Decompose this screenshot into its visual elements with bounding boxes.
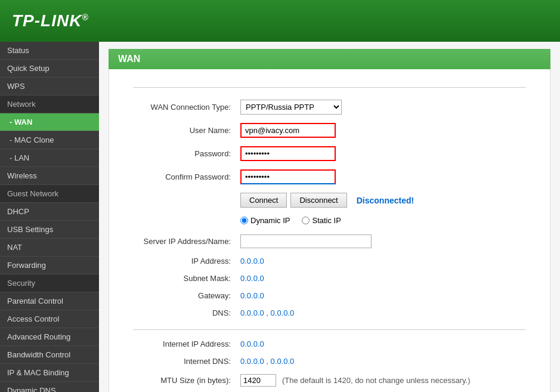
internet-ip-row: Internet IP Address: 0.0.0.0	[133, 339, 526, 348]
ip-address-label: IP Address:	[133, 257, 240, 266]
mtu-label: MTU Size (in bytes):	[133, 376, 240, 385]
dynamic-ip-label[interactable]: Dynamic IP	[240, 216, 290, 225]
confirm-password-row: Confirm Password:	[133, 169, 526, 184]
disconnect-button[interactable]: Disconnect	[290, 193, 346, 208]
ip-address-value: 0.0.0.0	[240, 257, 264, 266]
sidebar-item-wireless[interactable]: Wireless	[0, 167, 99, 185]
sidebar-item-forwarding[interactable]: Forwarding	[0, 257, 99, 274]
gateway-row: Gateway: 0.0.0.0	[133, 291, 526, 300]
dns-label: DNS:	[133, 308, 240, 317]
sidebar-item-nat[interactable]: NAT	[0, 239, 99, 257]
content-area: WAN WAN Connection Type: Dynamic IP Stat…	[99, 42, 560, 392]
sidebar-item-quick-setup[interactable]: Quick Setup	[0, 60, 99, 78]
dynamic-ip-radio[interactable]	[240, 217, 248, 224]
server-ip-row: Server IP Address/Name:	[133, 234, 526, 248]
sidebar-item-network: Network	[0, 95, 99, 113]
wan-content: WAN Connection Type: Dynamic IP Static I…	[109, 69, 550, 392]
buttons-row: Connect Disconnect Disconnected!	[133, 193, 526, 208]
server-ip-input[interactable]	[240, 234, 372, 248]
confirm-password-label: Confirm Password:	[133, 172, 240, 181]
sidebar-item-wan[interactable]: - WAN	[0, 113, 99, 131]
sidebar-item-dynamic-dns[interactable]: Dynamic DNS	[0, 382, 99, 392]
dns-value: 0.0.0.0 , 0.0.0.0	[240, 308, 294, 317]
logo: TP-LINK®	[12, 11, 89, 30]
sidebar-item-parental-control[interactable]: Parental Control	[0, 292, 99, 310]
subnet-mask-value: 0.0.0.0	[240, 274, 264, 283]
sidebar-item-dhcp[interactable]: DHCP	[0, 203, 99, 221]
username-row: User Name:	[133, 123, 526, 138]
ip-type-row: Dynamic IP Static IP	[133, 216, 526, 225]
ip-address-row: IP Address: 0.0.0.0	[133, 257, 526, 266]
internet-ip-value: 0.0.0.0	[240, 339, 264, 348]
sidebar: Status Quick Setup WPS Network - WAN - M…	[0, 42, 99, 392]
internet-dns-row: Internet DNS: 0.0.0.0 , 0.0.0.0	[133, 357, 526, 366]
mtu-input[interactable]	[240, 374, 276, 387]
server-ip-label: Server IP Address/Name:	[133, 237, 240, 246]
sidebar-item-usb-settings[interactable]: USB Settings	[0, 221, 99, 239]
logo-reg-symbol: ®	[82, 13, 88, 22]
sidebar-item-mac-clone[interactable]: - MAC Clone	[0, 131, 99, 149]
dynamic-ip-text: Dynamic IP	[250, 216, 290, 225]
sidebar-item-security: Security	[0, 274, 99, 292]
static-ip-radio[interactable]	[302, 217, 310, 224]
header: TP-LINK®	[0, 0, 560, 42]
main-layout: Status Quick Setup WPS Network - WAN - M…	[0, 42, 560, 392]
sidebar-item-bandwidth-control[interactable]: Bandwidth Control	[0, 346, 99, 364]
connect-button[interactable]: Connect	[240, 193, 287, 208]
password-input[interactable]	[240, 146, 336, 161]
bottom-section: Internet IP Address: 0.0.0.0 Internet DN…	[133, 329, 526, 387]
internet-dns-label: Internet DNS:	[133, 357, 240, 366]
username-label: User Name:	[133, 126, 240, 135]
gateway-value: 0.0.0.0	[240, 291, 264, 300]
static-ip-label[interactable]: Static IP	[302, 216, 341, 225]
connection-type-row: WAN Connection Type: Dynamic IP Static I…	[133, 100, 526, 115]
sidebar-item-advanced-routing[interactable]: Advanced Routing	[0, 328, 99, 346]
subnet-mask-label: Subnet Mask:	[133, 274, 240, 283]
sidebar-item-lan[interactable]: - LAN	[0, 149, 99, 167]
sidebar-item-ip-mac-binding[interactable]: IP & MAC Binding	[0, 364, 99, 382]
sidebar-item-guest-network: Guest Network	[0, 185, 99, 203]
gateway-label: Gateway:	[133, 291, 240, 300]
confirm-password-input[interactable]	[240, 169, 336, 184]
sidebar-item-wps[interactable]: WPS	[0, 78, 99, 95]
wan-section-header: WAN	[109, 49, 550, 69]
connection-type-select[interactable]: Dynamic IP Static IP PPPoE/Russia PPPoE …	[240, 100, 342, 115]
static-ip-text: Static IP	[312, 216, 341, 225]
password-row: Password:	[133, 146, 526, 161]
internet-dns-value: 0.0.0.0 , 0.0.0.0	[240, 357, 294, 366]
password-label: Password:	[133, 149, 240, 158]
logo-text: TP-LINK	[12, 11, 82, 30]
mtu-note: (The default is 1420, do not change unle…	[282, 376, 471, 385]
dns-row: DNS: 0.0.0.0 , 0.0.0.0	[133, 308, 526, 317]
internet-ip-label: Internet IP Address:	[133, 339, 240, 348]
connection-type-label: WAN Connection Type:	[133, 103, 240, 112]
username-input[interactable]	[240, 123, 336, 138]
mtu-row: MTU Size (in bytes): (The default is 142…	[133, 374, 526, 387]
separator	[133, 87, 526, 88]
subnet-mask-row: Subnet Mask: 0.0.0.0	[133, 274, 526, 283]
sidebar-item-access-control[interactable]: Access Control	[0, 310, 99, 328]
wan-title: WAN	[118, 54, 140, 64]
connection-status: Disconnected!	[357, 196, 414, 205]
sidebar-item-status[interactable]: Status	[0, 42, 99, 60]
